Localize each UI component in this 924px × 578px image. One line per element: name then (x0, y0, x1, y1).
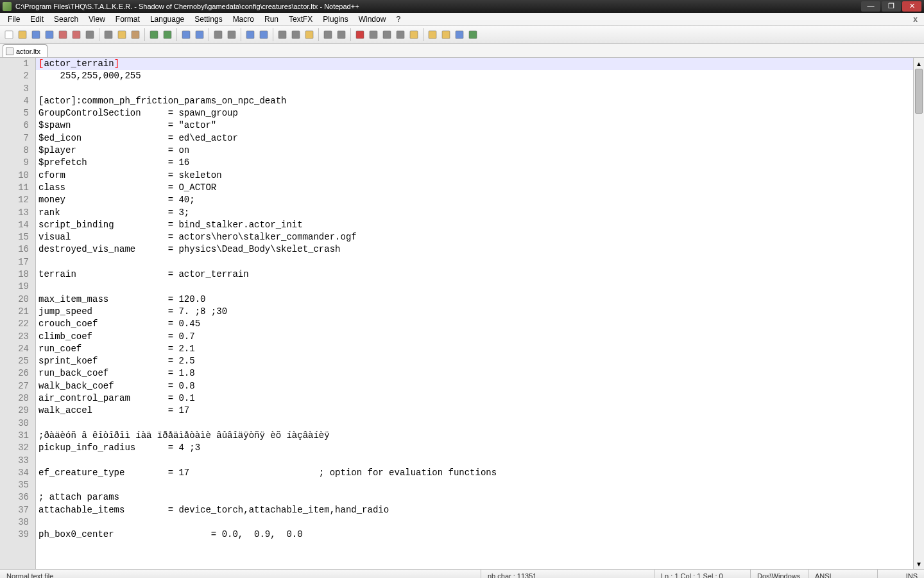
save-icon[interactable] (30, 28, 42, 41)
menu-settings[interactable]: Settings (189, 13, 227, 25)
scroll-down-arrow-icon[interactable]: ▾ (914, 558, 924, 569)
vertical-scrollbar[interactable]: ▴ ▾ (913, 58, 924, 569)
code-line[interactable]: crouch_coef = 0.45 (36, 318, 913, 330)
code-line[interactable] (36, 256, 913, 268)
code-line[interactable] (36, 455, 913, 467)
code-line[interactable]: 255,255,000,255 (36, 70, 913, 82)
menu-language[interactable]: Language (145, 13, 189, 25)
play-multi-icon[interactable] (394, 28, 407, 41)
code-line[interactable]: $player = on (36, 144, 913, 157)
scrollbar-track[interactable] (914, 69, 924, 558)
svg-rect-2 (32, 31, 40, 39)
undo-icon[interactable] (148, 28, 160, 41)
minimize-button[interactable]: — (861, 1, 880, 12)
toggle3-icon[interactable] (453, 28, 466, 41)
code-line[interactable] (36, 417, 913, 430)
new-file-icon[interactable] (3, 28, 15, 41)
code-line[interactable]: script_binding = bind_stalker.actor_init (36, 219, 913, 231)
menu-run[interactable]: Run (259, 13, 284, 25)
code-line[interactable] (36, 516, 913, 529)
menu-search[interactable]: Search (49, 13, 83, 25)
save-macro-icon[interactable] (407, 28, 420, 41)
code-line[interactable]: walk_back_coef = 0.8 (36, 380, 913, 392)
code-line[interactable]: GroupControlSection = spawn_group (36, 107, 913, 119)
close-button[interactable]: ✕ (902, 1, 921, 12)
tab-active[interactable]: actor.ltx (3, 44, 47, 57)
menu-help[interactable]: ? (391, 13, 406, 25)
zoom-out-icon[interactable] (225, 28, 238, 41)
code-line[interactable]: sprint_koef = 2.5 (36, 355, 913, 367)
code-line[interactable]: rank = 3; (36, 207, 913, 219)
wrap-icon[interactable] (276, 28, 289, 41)
code-line[interactable]: jump_speed = 7. ;8 ;30 (36, 306, 913, 318)
code-line[interactable]: $prefetch = 16 (36, 157, 913, 169)
redo-icon[interactable] (161, 28, 174, 41)
menu-plugins[interactable]: Plugins (318, 13, 353, 25)
save-all-icon[interactable] (43, 28, 56, 41)
menu-format[interactable]: Format (110, 13, 145, 25)
code-line[interactable]: terrain = actor_terrain (36, 268, 913, 281)
svg-rect-5 (73, 31, 80, 39)
close-all-icon[interactable] (70, 28, 83, 41)
toggle1-icon[interactable] (426, 28, 439, 41)
zoom-in-icon[interactable] (212, 28, 225, 41)
code-line[interactable]: class = O_ACTOR (36, 182, 913, 194)
code-line[interactable]: ef_creature_type = 17 ; option for evalu… (36, 467, 913, 479)
open-icon[interactable] (16, 28, 29, 41)
menu-textfx[interactable]: TextFX (284, 13, 318, 25)
code-line[interactable]: attachable_items = device_torch,attachab… (36, 504, 913, 516)
line-number: 27 (0, 380, 29, 392)
play-icon[interactable] (381, 28, 393, 41)
code-line[interactable]: pickup_info_radius = 4 ;3 (36, 442, 913, 454)
toggle2-icon[interactable] (440, 28, 452, 41)
toggle4-icon[interactable] (466, 28, 479, 41)
code-line[interactable]: ;ðàäèóñ â êîòîðîì íàä ïðåäìåòàìè âûâîäÿò… (36, 430, 913, 442)
copy-icon[interactable] (116, 28, 128, 41)
titlebar: C:\Program Files\THQ\S.T.A.L.K.E.R. - Sh… (0, 0, 924, 13)
menubar-close-icon[interactable]: x (909, 15, 921, 24)
sync-v-icon[interactable] (244, 28, 257, 41)
text-editor[interactable]: [actor_terrain] 255,255,000,255[actor]:c… (36, 58, 913, 569)
code-line[interactable]: ph_box0_center = 0.0, 0.9, 0.0 (36, 529, 913, 541)
code-line[interactable]: [actor]:common_ph_friction_params_on_npc… (36, 95, 913, 107)
menu-macro[interactable]: Macro (228, 13, 259, 25)
menu-window[interactable]: Window (354, 13, 391, 25)
scrollbar-thumb[interactable] (915, 69, 923, 114)
code-line[interactable]: destroyed_vis_name = physics\Dead_Body\s… (36, 243, 913, 256)
menu-edit[interactable]: Edit (25, 13, 49, 25)
stop-icon[interactable] (367, 28, 380, 41)
code-line[interactable]: [actor_terrain] (36, 58, 913, 70)
code-line[interactable] (36, 281, 913, 293)
code-line[interactable]: walk_accel = 17 (36, 405, 913, 417)
print-icon[interactable] (83, 28, 96, 41)
code-line[interactable]: run_coef = 2.1 (36, 343, 913, 355)
code-line[interactable]: money = 40; (36, 194, 913, 206)
find-icon[interactable] (180, 28, 193, 41)
code-line[interactable]: cform = skeleton (36, 170, 913, 182)
sync-h-icon[interactable] (257, 28, 270, 41)
code-line[interactable]: ; attach params (36, 491, 913, 504)
lang-icon[interactable] (321, 28, 334, 41)
toolbar-separator (144, 28, 145, 41)
menu-view[interactable]: View (83, 13, 110, 25)
cut-icon[interactable] (102, 28, 115, 41)
menu-file[interactable]: File (3, 13, 25, 25)
code-line[interactable]: visual = actors\hero\stalker_commander.o… (36, 231, 913, 243)
doc-map-icon[interactable] (335, 28, 348, 41)
code-line[interactable] (36, 83, 913, 95)
paste-icon[interactable] (129, 28, 142, 41)
code-line[interactable]: $ed_icon = ed\ed_actor (36, 132, 913, 144)
replace-icon[interactable] (193, 28, 206, 41)
code-line[interactable]: climb_coef = 0.7 (36, 331, 913, 343)
code-line[interactable]: run_back_coef = 1.8 (36, 367, 913, 380)
code-line[interactable]: air_control_param = 0.1 (36, 392, 913, 405)
record-icon[interactable] (354, 28, 366, 41)
code-line[interactable]: $spawn = "actor" (36, 119, 913, 132)
scroll-up-arrow-icon[interactable]: ▴ (914, 58, 924, 69)
code-line[interactable]: max_item_mass = 120.0 (36, 293, 913, 306)
close-icon[interactable] (56, 28, 69, 41)
all-chars-icon[interactable] (289, 28, 302, 41)
maximize-button[interactable]: ❐ (882, 1, 901, 12)
indent-guide-icon[interactable] (303, 28, 316, 41)
code-line[interactable] (36, 479, 913, 491)
